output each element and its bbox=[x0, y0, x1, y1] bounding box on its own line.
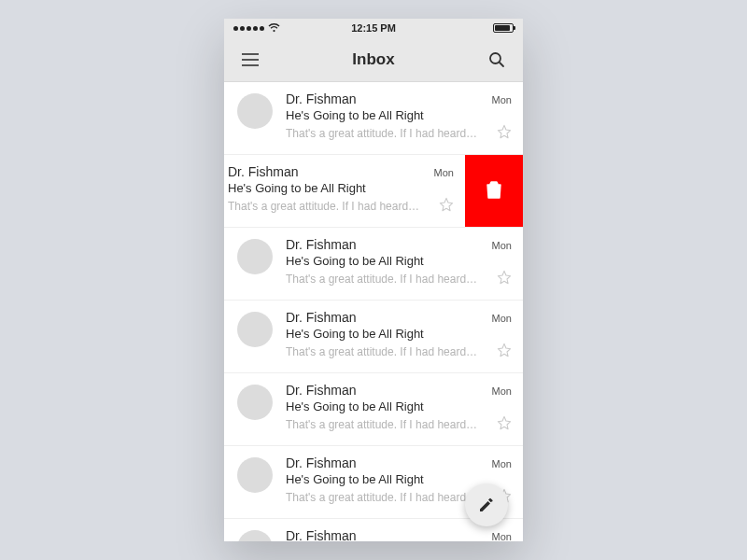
email-content: Dr. FishmanMonHe's Going to be All Right… bbox=[286, 310, 512, 361]
email-date: Mon bbox=[492, 531, 512, 541]
email-sender: Dr. Fishman bbox=[228, 164, 298, 179]
email-sender: Dr. Fishman bbox=[286, 237, 356, 252]
email-preview: That's a great attitude. If I had heard… bbox=[286, 491, 489, 504]
email-content: Dr. FishmanMonHe's Going to be All Right… bbox=[286, 237, 512, 288]
email-row-content[interactable]: Dr. FishmanMonHe's Going to be All Right… bbox=[224, 373, 523, 445]
email-sender: Dr. Fishman bbox=[286, 310, 356, 325]
battery-icon bbox=[493, 23, 514, 33]
avatar bbox=[237, 385, 273, 420]
email-row-content[interactable]: Dr. FishmanMonHe's Going to be All Right… bbox=[224, 82, 523, 154]
email-row-content[interactable]: Dr. FishmanMonHe's Going to be All Right… bbox=[224, 228, 523, 300]
email-row[interactable]: Dr. FishmanMonHe's Going to be All Right… bbox=[224, 82, 523, 155]
email-preview: That's a great attitude. If I had heard… bbox=[228, 200, 431, 213]
hamburger-icon bbox=[242, 53, 259, 66]
avatar bbox=[237, 530, 273, 541]
app-header: Inbox bbox=[224, 37, 523, 82]
email-date: Mon bbox=[492, 94, 512, 105]
avatar bbox=[237, 93, 273, 129]
email-preview: That's a great attitude. If I had heard… bbox=[286, 418, 489, 431]
email-date: Mon bbox=[492, 313, 512, 324]
star-button[interactable] bbox=[497, 270, 512, 288]
star-button[interactable] bbox=[439, 197, 454, 216]
pencil-icon bbox=[478, 497, 495, 513]
email-subject: He's Going to be All Right bbox=[286, 399, 512, 413]
email-preview: That's a great attitude. If I had heard… bbox=[286, 127, 489, 140]
email-row-content[interactable]: Dr. FishmanMonHe's Going to be All Right… bbox=[224, 155, 465, 227]
delete-action[interactable] bbox=[465, 155, 523, 227]
email-date: Mon bbox=[492, 458, 512, 469]
email-subject: He's Going to be All Right bbox=[286, 108, 512, 122]
email-date: Mon bbox=[492, 240, 512, 251]
wifi-icon bbox=[268, 23, 280, 33]
email-list[interactable]: Dr. FishmanMonHe's Going to be All Right… bbox=[224, 82, 523, 541]
email-content: Dr. FishmanMonHe's Going to be All Right… bbox=[286, 528, 512, 541]
menu-button[interactable] bbox=[237, 47, 263, 73]
email-sender: Dr. Fishman bbox=[286, 383, 356, 398]
email-sender: Dr. Fishman bbox=[286, 455, 356, 470]
avatar bbox=[237, 239, 273, 274]
status-bar: 12:15 PM bbox=[224, 19, 523, 37]
email-preview: That's a great attitude. If I had heard… bbox=[286, 273, 489, 286]
star-button[interactable] bbox=[497, 415, 512, 434]
email-subject: He's Going to be All Right bbox=[228, 181, 454, 195]
email-row[interactable]: Dr. FishmanMonHe's Going to be All Right… bbox=[224, 155, 523, 228]
star-button[interactable] bbox=[497, 343, 512, 361]
email-subject: He's Going to be All Right bbox=[286, 254, 512, 268]
compose-fab[interactable] bbox=[465, 483, 508, 526]
status-left bbox=[233, 23, 280, 33]
star-button[interactable] bbox=[497, 124, 512, 143]
email-row-content[interactable]: Dr. FishmanMonHe's Going to be All Right… bbox=[224, 301, 523, 372]
page-title: Inbox bbox=[352, 50, 394, 69]
email-row[interactable]: Dr. FishmanMonHe's Going to be All Right… bbox=[224, 301, 523, 373]
status-time: 12:15 PM bbox=[351, 22, 396, 34]
email-content: Dr. FishmanMonHe's Going to be All Right… bbox=[286, 91, 512, 143]
email-date: Mon bbox=[434, 167, 454, 178]
email-sender: Dr. Fishman bbox=[286, 91, 356, 106]
search-icon bbox=[488, 51, 505, 68]
email-date: Mon bbox=[492, 385, 512, 397]
email-content: Dr. FishmanMonHe's Going to be All Right… bbox=[228, 164, 454, 216]
trash-icon bbox=[486, 180, 502, 203]
email-row[interactable]: Dr. FishmanMonHe's Going to be All Right… bbox=[224, 373, 523, 446]
email-preview: That's a great attitude. If I had heard… bbox=[286, 345, 489, 358]
search-button[interactable] bbox=[484, 47, 510, 73]
email-row[interactable]: Dr. FishmanMonHe's Going to be All Right… bbox=[224, 228, 523, 301]
svg-point-0 bbox=[490, 53, 500, 63]
avatar bbox=[237, 457, 273, 493]
email-content: Dr. FishmanMonHe's Going to be All Right… bbox=[286, 383, 512, 434]
signal-dots-icon bbox=[233, 26, 264, 31]
email-sender: Dr. Fishman bbox=[286, 528, 356, 541]
phone-frame: 12:15 PM Inbox Dr. FishmanMonHe's Going … bbox=[224, 19, 523, 541]
email-subject: He's Going to be All Right bbox=[286, 327, 512, 341]
avatar bbox=[237, 312, 273, 347]
